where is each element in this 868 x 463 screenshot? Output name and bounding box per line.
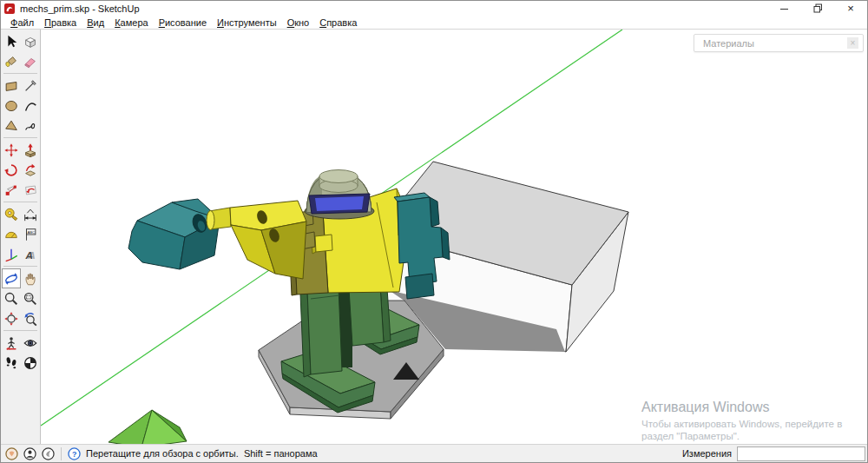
yellow-funnel[interactable] xyxy=(207,201,306,279)
zoom-window-icon xyxy=(23,291,38,307)
component-box-icon xyxy=(23,34,38,50)
tool-walk[interactable] xyxy=(2,353,21,373)
materials-tray-header[interactable]: Материалы × xyxy=(694,34,864,52)
menu-draw[interactable]: Рисование xyxy=(154,17,212,28)
section-plane-icon xyxy=(23,355,38,371)
menu-window[interactable]: Окно xyxy=(282,17,315,28)
walk-footprints-icon xyxy=(3,355,19,371)
menu-camera[interactable]: Камера xyxy=(109,17,153,28)
tool-scale[interactable] xyxy=(2,180,21,200)
statusbar-separator xyxy=(61,447,62,460)
tool-push-pull[interactable] xyxy=(21,140,40,160)
green-pyramid[interactable] xyxy=(108,410,187,444)
offset-icon xyxy=(23,182,38,198)
restore-icon xyxy=(813,3,823,13)
look-around-eye-icon xyxy=(23,335,38,351)
credit-user-icon[interactable] xyxy=(23,447,36,460)
status-hint-text: Перетащите для обзора с орбиты. Shift = … xyxy=(86,448,318,459)
tray-close-icon[interactable]: × xyxy=(847,37,858,49)
rotate-icon xyxy=(3,162,19,178)
select-cursor-icon xyxy=(3,34,19,50)
model-viewport[interactable]: Материалы × Активация Windows Чтобы акти… xyxy=(41,30,867,444)
tool-freehand[interactable] xyxy=(21,116,40,136)
tool-paint-bucket[interactable] xyxy=(2,51,21,71)
tool-follow-me[interactable] xyxy=(21,160,40,180)
status-bar: ? Перетащите для обзора с орбиты. Shift … xyxy=(1,444,867,462)
tool-zoom-window[interactable] xyxy=(21,288,40,308)
menu-file[interactable]: Файл xyxy=(5,17,39,28)
circle-icon xyxy=(3,98,19,114)
rectangle-icon xyxy=(3,78,19,94)
tool-polygon[interactable] xyxy=(2,116,21,136)
zoom-magnifier-icon xyxy=(3,291,19,307)
freehand-icon xyxy=(23,118,38,134)
menu-tools[interactable]: Инструменты xyxy=(212,17,282,28)
menu-edit[interactable]: Правка xyxy=(39,17,82,28)
tool-orbit[interactable] xyxy=(2,268,21,288)
close-button[interactable]: × xyxy=(834,1,867,16)
tool-pan[interactable] xyxy=(21,268,40,288)
zoom-previous-icon xyxy=(23,311,38,327)
help-icon[interactable]: ? xyxy=(68,447,81,460)
menu-bar: Файл Правка Вид Камера Рисование Инструм… xyxy=(1,16,867,29)
measurements-input[interactable] xyxy=(737,446,865,461)
axes-icon xyxy=(3,247,19,262)
minimize-icon xyxy=(780,4,789,13)
toolbar-separator xyxy=(3,330,37,331)
tool-circle[interactable] xyxy=(2,96,21,116)
tool-axes[interactable] xyxy=(2,244,21,264)
tool-look-around[interactable] xyxy=(21,333,40,353)
tool-zoom[interactable] xyxy=(2,288,21,308)
toolbar-separator xyxy=(3,202,37,202)
tool-select[interactable] xyxy=(2,31,21,51)
pan-hand-icon xyxy=(23,271,38,287)
scale-icon xyxy=(3,182,19,198)
tool-make-component[interactable] xyxy=(21,31,40,51)
text-flag-icon: ABC xyxy=(23,227,38,242)
scene-canvas xyxy=(41,30,867,444)
toolbar-separator xyxy=(3,137,37,138)
svg-text:ABC: ABC xyxy=(27,229,35,234)
tool-rotate[interactable] xyxy=(2,160,21,180)
menu-help[interactable]: Справка xyxy=(314,17,362,28)
robot-head[interactable] xyxy=(305,170,374,220)
tool-text[interactable]: ABC xyxy=(21,224,40,244)
tool-offset[interactable] xyxy=(21,180,40,200)
follow-me-icon xyxy=(23,162,38,178)
tool-line[interactable] xyxy=(21,76,40,96)
tool-dimension[interactable] xyxy=(21,204,40,224)
teal-gun-part[interactable] xyxy=(128,199,220,269)
protractor-icon xyxy=(3,227,19,242)
tool-protractor[interactable] xyxy=(2,224,21,244)
geolocation-icon[interactable] xyxy=(5,447,18,460)
tool-eraser[interactable] xyxy=(21,51,40,71)
paint-bucket-icon xyxy=(3,54,19,69)
orbit-icon xyxy=(3,271,19,287)
restore-button[interactable] xyxy=(801,1,834,16)
pencil-line-icon xyxy=(23,78,38,94)
arc-icon xyxy=(23,98,38,114)
tool-position-camera[interactable] xyxy=(2,333,21,353)
tool-rectangle[interactable] xyxy=(2,76,21,96)
tool-section-plane[interactable] xyxy=(21,353,40,373)
large-tool-set: ABC AA xyxy=(1,30,41,444)
toolbar-separator xyxy=(3,266,37,267)
tool-tape-measure[interactable] xyxy=(2,204,21,224)
tool-arc[interactable] xyxy=(21,96,40,116)
polygon-icon xyxy=(3,118,19,134)
tool-zoom-extents[interactable] xyxy=(2,308,21,328)
menu-view[interactable]: Вид xyxy=(82,17,109,28)
sketchup-logo-icon xyxy=(4,3,15,14)
push-pull-icon xyxy=(23,142,38,158)
3d-text-icon: AA xyxy=(23,247,38,262)
tool-3d-text[interactable]: AA xyxy=(21,244,40,264)
minimize-button[interactable] xyxy=(768,1,801,16)
svg-text:A: A xyxy=(24,248,32,260)
tool-previous[interactable] xyxy=(21,308,40,328)
tool-move[interactable] xyxy=(2,140,21,160)
feedback-icon[interactable] xyxy=(42,447,55,460)
title-bar: mechs_prim.skp - SketchUp × xyxy=(1,1,867,16)
zoom-extents-icon xyxy=(3,311,19,327)
toolbar-separator xyxy=(3,73,37,74)
eraser-icon xyxy=(23,54,38,69)
